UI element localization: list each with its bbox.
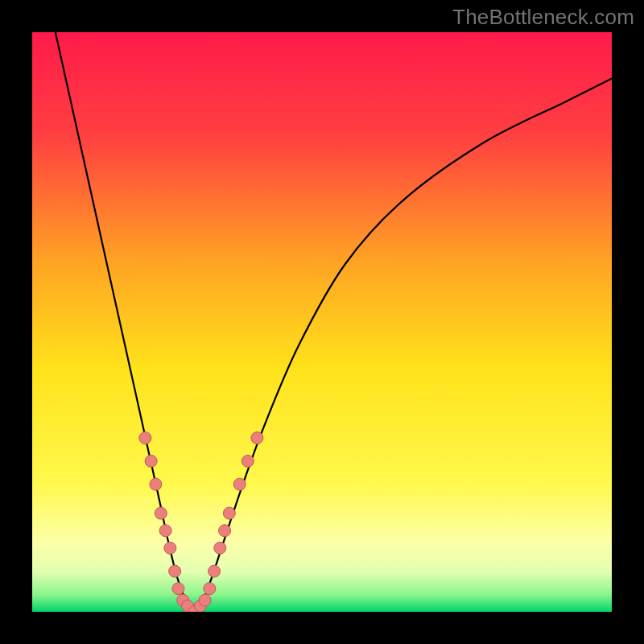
- data-point: [214, 542, 226, 554]
- data-point: [155, 507, 167, 519]
- data-point: [242, 455, 254, 467]
- data-point: [145, 455, 157, 467]
- data-point: [251, 432, 263, 444]
- bottleneck-curve: [56, 32, 612, 612]
- data-point: [199, 594, 211, 606]
- data-point: [159, 525, 171, 537]
- data-point: [139, 432, 151, 444]
- data-point: [223, 507, 235, 519]
- scatter-points: [139, 432, 263, 613]
- data-point: [172, 583, 184, 595]
- watermark-text: TheBottleneck.com: [452, 5, 634, 30]
- data-point: [164, 542, 176, 554]
- data-point: [169, 565, 181, 577]
- curve-layer: [32, 32, 612, 612]
- chart-container: TheBottleneck.com: [0, 0, 644, 644]
- data-point: [150, 478, 162, 490]
- data-point: [204, 583, 216, 595]
- plot-area: [32, 32, 612, 612]
- data-point: [208, 565, 221, 577]
- data-point: [233, 478, 246, 490]
- data-point: [219, 525, 231, 537]
